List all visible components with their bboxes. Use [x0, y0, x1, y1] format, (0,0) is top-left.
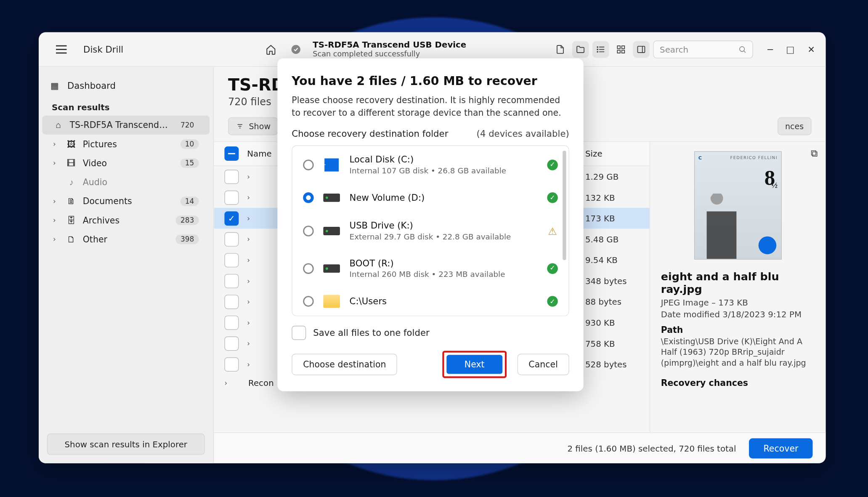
archive-icon: 🗄 — [66, 215, 77, 225]
sidebar-item-label: Other — [83, 235, 170, 245]
recovery-chances-label: Recovery chances — [661, 378, 815, 388]
sidebar-item-other[interactable]: ›🗋 Other 398 — [42, 230, 210, 249]
destination-radio[interactable] — [303, 296, 313, 306]
column-name[interactable]: Name — [247, 149, 271, 159]
save-all-label: Save all files to one folder — [313, 327, 429, 338]
row-checkbox[interactable] — [224, 170, 239, 184]
count-badge: 283 — [176, 215, 199, 225]
destination-item[interactable]: C:\Users✓ — [292, 287, 569, 316]
show-filter-button[interactable]: Show — [228, 117, 278, 135]
destination-sub: External 29.7 GB disk • 22.8 GB availabl… — [350, 232, 538, 241]
choose-destination-button[interactable]: Choose destination — [292, 354, 397, 375]
hamburger-icon[interactable] — [56, 45, 66, 53]
row-checkbox[interactable] — [224, 336, 239, 351]
sidebar-item-documents[interactable]: ›🗎 Documents 14 — [42, 192, 210, 211]
destination-item[interactable]: Local Disk (C:)Internal 107 GB disk • 26… — [292, 146, 569, 183]
app-name: Disk Drill — [83, 44, 123, 54]
recover-button[interactable]: Recover — [749, 438, 813, 458]
sidebar-item-pictures[interactable]: ›🖼 Pictures 10 — [42, 135, 210, 154]
detail-filename: eight and a half blu ray.jpg — [661, 270, 815, 295]
sidebar-item-label: Pictures — [83, 139, 175, 149]
destination-radio[interactable] — [303, 226, 313, 236]
device-count: 720 — [176, 120, 199, 130]
show-in-explorer-button[interactable]: Show scan results in Explorer — [47, 433, 205, 455]
row-checkbox[interactable] — [224, 253, 239, 267]
sidebar-toggle-icon[interactable] — [633, 41, 650, 58]
destination-radio[interactable] — [303, 192, 313, 203]
sidebar-device[interactable]: ⌂ TS-RDF5A Transcend US... 720 — [42, 116, 210, 135]
modal-title: You have 2 files / 1.60 MB to recover — [292, 74, 569, 88]
home-icon[interactable] — [263, 41, 279, 58]
scan-status: Scan completed successfully — [313, 49, 466, 58]
destination-radio[interactable] — [303, 263, 313, 274]
sidebar-item-label: Audio — [83, 178, 199, 187]
modal-description: Please choose recovery destination. It i… — [292, 94, 569, 119]
row-size: 930 KB — [585, 318, 639, 327]
svg-rect-9 — [618, 50, 621, 53]
row-size: 5.48 GB — [585, 234, 639, 244]
row-size: 528 bytes — [585, 359, 639, 369]
other-icon: 🗋 — [66, 235, 77, 245]
check-icon: ✓ — [547, 192, 557, 203]
svg-rect-11 — [638, 46, 645, 52]
open-external-icon[interactable]: ⧉ — [811, 148, 818, 159]
close-button[interactable]: ✕ — [807, 44, 815, 54]
sidebar-item-video[interactable]: ›🎞 Video 15 — [42, 154, 210, 173]
devices-available: (4 devices available) — [477, 129, 569, 139]
destination-name: USB Drive (K:) — [350, 221, 538, 231]
minimize-button[interactable]: ─ — [767, 44, 773, 54]
row-checkbox[interactable] — [224, 315, 239, 330]
footer-bar: 2 files (1.60 MB) selected, 720 files to… — [214, 432, 826, 463]
row-checkbox[interactable] — [224, 295, 239, 309]
recon-label: Recon — [248, 378, 274, 388]
destination-item[interactable]: BOOT (R:)Internal 260 MB disk • 223 MB a… — [292, 250, 569, 287]
cancel-button[interactable]: Cancel — [517, 354, 569, 375]
row-size: 173 KB — [585, 213, 639, 223]
select-all-checkbox[interactable] — [224, 146, 239, 161]
selection-status: 2 files (1.60 MB) selected, 720 files to… — [567, 443, 736, 453]
row-size: 9.54 KB — [585, 255, 639, 265]
list-icon[interactable] — [592, 41, 609, 58]
row-checkbox[interactable] — [224, 357, 239, 371]
sidebar-item-audio[interactable]: ♪ Audio — [42, 173, 210, 191]
path-value: \Existing\USB Drive (K)\Eight And A Half… — [661, 336, 815, 368]
maximize-button[interactable]: □ — [786, 44, 794, 54]
row-size: 348 bytes — [585, 276, 639, 286]
scrollbar[interactable] — [563, 151, 566, 260]
row-checkbox[interactable] — [224, 274, 239, 288]
sidebar-item-label: Archives — [83, 215, 170, 225]
windows-drive-icon — [324, 158, 339, 171]
drive-icon — [323, 194, 340, 202]
column-size[interactable]: Size — [585, 149, 639, 159]
chances-label: nces — [785, 122, 804, 131]
search-input[interactable]: Search — [653, 40, 754, 58]
chances-filter-button[interactable]: nces — [778, 117, 812, 135]
save-all-checkbox[interactable] — [292, 326, 306, 340]
row-checkbox[interactable] — [224, 232, 239, 246]
sidebar-item-archives[interactable]: ›🗄 Archives 283 — [42, 211, 210, 230]
row-size: 88 bytes — [585, 297, 639, 306]
destination-radio[interactable] — [303, 159, 313, 170]
video-icon: 🎞 — [66, 158, 77, 168]
detail-date: Date modified 3/18/2023 9:12 PM — [661, 310, 815, 319]
check-icon: ✓ — [547, 159, 557, 170]
count-badge: 398 — [176, 235, 199, 245]
next-button[interactable]: Next — [446, 355, 502, 374]
svg-point-6 — [597, 51, 598, 52]
folder-icon[interactable] — [572, 41, 589, 58]
row-checkbox[interactable] — [224, 190, 239, 205]
destination-item[interactable]: New Volume (D:)✓ — [292, 183, 569, 212]
drive-icon — [323, 264, 340, 273]
document-icon: 🗎 — [66, 197, 77, 206]
file-icon[interactable] — [552, 41, 569, 58]
destination-name: BOOT (R:) — [350, 258, 538, 268]
dashboard-link[interactable]: ▦ Dashboard — [39, 75, 213, 96]
destination-item[interactable]: USB Drive (K:)External 29.7 GB disk • 22… — [292, 212, 569, 250]
image-icon: 🖼 — [66, 139, 77, 149]
scan-results-header: Scan results — [39, 96, 213, 115]
svg-point-5 — [597, 49, 598, 50]
row-checkbox[interactable]: ✓ — [224, 211, 239, 226]
choose-destination-label: Choose recovery destination folder — [292, 129, 448, 139]
show-label: Show — [249, 122, 271, 131]
grid-icon[interactable] — [613, 41, 629, 58]
